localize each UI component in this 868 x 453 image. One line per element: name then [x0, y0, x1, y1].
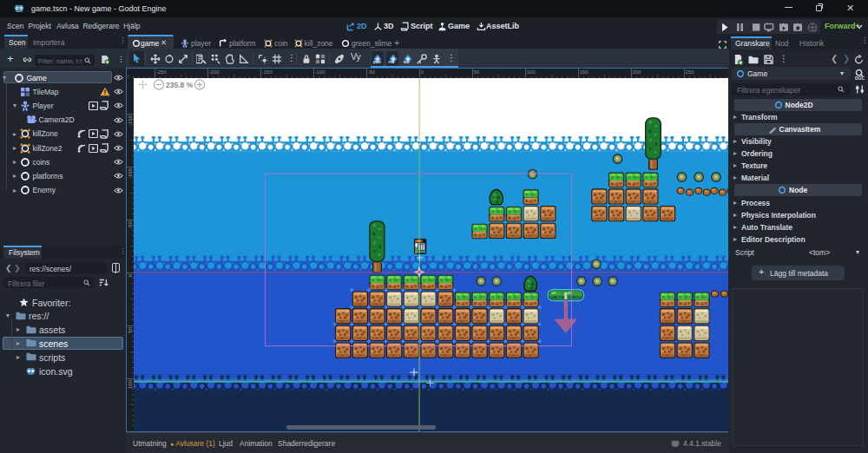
- svg-text:DOC: DOC: [855, 76, 865, 81]
- svg-text:235.8 %: 235.8 %: [166, 81, 194, 89]
